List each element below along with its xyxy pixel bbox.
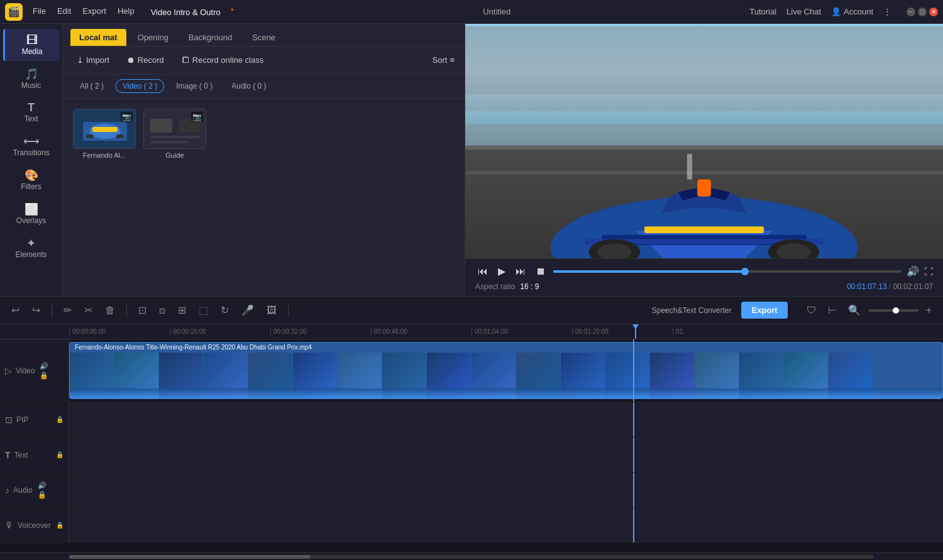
scrollbar-track[interactable] <box>69 555 874 559</box>
crop-button[interactable]: ⊡ <box>135 302 150 319</box>
zoom-handle[interactable] <box>893 307 899 314</box>
account-button[interactable]: 👤 Account <box>831 7 873 16</box>
undo-button[interactable]: ↩ <box>8 302 23 319</box>
progress-bar[interactable] <box>553 270 902 273</box>
sidebar-item-media[interactable]: 🎞 Media <box>3 29 60 61</box>
text-track-icon: T <box>5 450 11 460</box>
redo-button[interactable]: ↪ <box>28 302 44 319</box>
volume-track-icon[interactable]: 🔊 <box>40 362 48 370</box>
fullscreen-icon[interactable]: ⛶ <box>924 266 933 277</box>
tab-local-mat[interactable]: Local mat <box>70 29 126 46</box>
media-item-guide[interactable]: 📷 Guide <box>143 109 206 286</box>
shield-button[interactable]: 🛡 <box>803 302 820 319</box>
svg-rect-13 <box>465 26 943 94</box>
zoom-in-button[interactable]: + <box>922 302 935 319</box>
sidebar-item-transitions[interactable]: ⟷ Transitions <box>3 129 60 162</box>
trim-button[interactable]: ⊢ <box>824 302 841 319</box>
fast-forward-button[interactable]: ⏭ <box>513 265 528 278</box>
sidebar-item-music[interactable]: 🎵 Music <box>3 62 60 95</box>
menu-export[interactable]: Export <box>77 4 111 19</box>
rotate-button[interactable]: ↻ <box>217 302 233 319</box>
speech-text-converter[interactable]: Speech&Text Converter <box>647 304 737 317</box>
filter-audio[interactable]: Audio ( 0 ) <box>224 79 273 93</box>
time-display: 00:01:07.13 / 00:02:01.07 <box>847 282 933 291</box>
pen-tool-button[interactable]: ✏ <box>60 302 75 319</box>
minimize-button[interactable]: ─ <box>907 8 915 16</box>
sidebar-label-media: Media <box>8 47 57 56</box>
user-icon: 👤 <box>831 7 841 16</box>
ruler-mark-4: 00:01:04:00 <box>472 328 572 335</box>
sidebar-item-text[interactable]: T Text <box>3 96 60 128</box>
play-button[interactable]: ▶ <box>495 264 508 278</box>
tab-background[interactable]: Background <box>180 29 241 46</box>
track-content-audio[interactable] <box>69 473 943 507</box>
media-item-fernando[interactable]: 📷 Fernando Al... <box>73 109 136 286</box>
lock-track-icon[interactable]: 🔒 <box>40 371 48 380</box>
music-icon: 🎵 <box>6 67 57 81</box>
zoom-slider[interactable] <box>868 309 918 312</box>
volume-icon[interactable]: 🔊 <box>907 265 919 277</box>
tab-scene[interactable]: Scene <box>243 29 284 46</box>
grid-button[interactable]: ⊞ <box>174 302 190 319</box>
cut-button[interactable]: ✂ <box>80 302 96 319</box>
tutorial-link[interactable]: Tutorial <box>749 7 776 16</box>
close-button[interactable]: ✕ <box>929 8 938 16</box>
track-content-pip[interactable] <box>69 402 943 437</box>
track-content-video[interactable]: Fernando-Alonso-Alonso Title-Winning-Ren… <box>69 339 943 402</box>
ruler-mark-2: 00:00:32:00 <box>270 328 371 335</box>
stop-button[interactable]: ⏹ <box>533 265 548 278</box>
sidebar-item-overlays[interactable]: ⬜ Overlays <box>3 197 60 230</box>
ruler-playhead <box>635 324 636 339</box>
record-online-icon: ⧠ <box>182 55 190 65</box>
mic-button[interactable]: 🎤 <box>238 302 258 319</box>
track-row-voiceover: 🎙 Voiceover 🔒 <box>0 508 943 543</box>
pip-button[interactable]: ⬚ <box>195 302 212 319</box>
rewind-button[interactable]: ⏮ <box>475 265 490 278</box>
image-btn[interactable]: 🖼 <box>263 302 280 319</box>
aspect-ratio-label: Aspect ratio <box>475 282 515 291</box>
app-logo: 🎬 <box>5 3 23 21</box>
sidebar-item-elements[interactable]: ✦ Elements <box>3 231 60 264</box>
livechat-link[interactable]: Live Chat <box>786 7 821 16</box>
maximize-button[interactable]: □ <box>918 8 927 16</box>
ruler-marks: 00:00:00.00 00:00:16:00 00:00:32:00 00:0… <box>69 328 773 335</box>
progress-handle[interactable] <box>741 268 749 275</box>
delete-button[interactable]: 🗑 <box>101 302 119 319</box>
filter-video[interactable]: Video ( 2 ) <box>116 79 164 93</box>
menu-file[interactable]: File <box>28 4 51 19</box>
tab-opening[interactable]: Opening <box>129 29 177 46</box>
lock-icon-pip[interactable]: 🔒 <box>56 416 63 423</box>
menu-video-intro[interactable]: Video Intro & Outro● <box>141 4 244 19</box>
export-button[interactable]: Export <box>741 302 787 319</box>
sidebar-item-filters[interactable]: 🎨 Filters <box>3 163 60 196</box>
menu-edit[interactable]: Edit <box>52 4 76 19</box>
ruler-mark-1: 00:00:16:00 <box>170 328 270 335</box>
lock-audio-icon[interactable]: 🔒 <box>38 491 47 499</box>
sort-button[interactable]: Sort ≡ <box>433 55 455 65</box>
record-online-button[interactable]: ⧠ Record online class <box>178 53 267 67</box>
progress-fill <box>553 270 745 273</box>
zoom-out-button[interactable]: 🔍 <box>844 302 864 319</box>
filter-image[interactable]: Image ( 0 ) <box>169 79 219 93</box>
record-button[interactable]: ⏺ Record <box>123 53 168 67</box>
video-clip[interactable]: Fernando-Alonso-Alonso Title-Winning-Ren… <box>69 342 943 399</box>
lock-icon-text[interactable]: 🔒 <box>56 451 63 458</box>
split-button[interactable]: ⧈ <box>155 302 169 319</box>
video-track-name: Video <box>16 366 35 375</box>
track-content-text[interactable] <box>69 437 943 472</box>
more-options-icon[interactable]: ⋮ <box>883 7 891 16</box>
track-content-voiceover[interactable] <box>69 508 943 542</box>
pip-track-name: PIP <box>16 415 28 424</box>
timeline-scrollbar <box>0 552 943 560</box>
scrollbar-thumb[interactable] <box>69 555 311 559</box>
lock-icon-voiceover[interactable]: 🔒 <box>56 522 63 529</box>
voiceover-playhead <box>633 508 634 542</box>
menu-help[interactable]: Help <box>113 4 140 19</box>
content-panel: Local mat Opening Background Scene ⤓ Imp… <box>63 24 465 296</box>
content-tabs: Local mat Opening Background Scene <box>63 24 465 47</box>
camera-icon-guide: 📷 <box>191 112 203 122</box>
import-button[interactable]: ⤓ Import <box>73 53 113 67</box>
filter-all[interactable]: All ( 2 ) <box>73 79 111 93</box>
filter-row: All ( 2 ) Video ( 2 ) Image ( 0 ) Audio … <box>63 74 465 99</box>
vol-audio-icon[interactable]: 🔊 <box>38 481 47 490</box>
